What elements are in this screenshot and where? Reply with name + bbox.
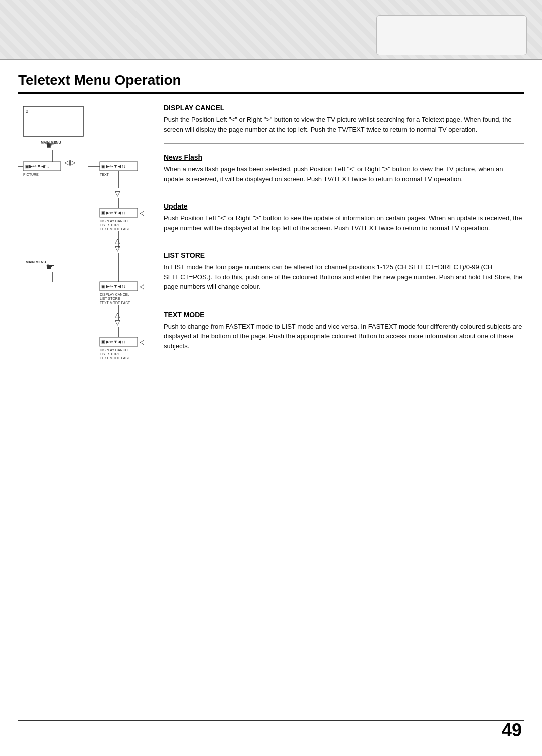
svg-text:▣▶⇔▼◀↑↓: ▣▶⇔▼◀↑↓	[25, 164, 49, 169]
svg-text:2: 2	[26, 109, 28, 114]
svg-text:☛: ☛	[46, 261, 55, 272]
svg-text:MAIN MENU: MAIN MENU	[26, 260, 46, 264]
svg-text:▷: ▷	[143, 209, 144, 217]
svg-text:▣▶⇔▼◀↑↓: ▣▶⇔▼◀↑↓	[101, 210, 126, 215]
section-body-update: Push Position Left "<" or Right ">" butt…	[164, 213, 524, 233]
svg-text:△: △	[115, 311, 120, 319]
section-body-display-cancel: Push the Position Left "<" or Right ">" …	[164, 115, 524, 134]
two-column-layout: 2 ☛ MAIN MENU ▣▶⇔▼◀↑↓ ◁ ▷ PICTURE	[18, 104, 524, 416]
svg-text:LIST STORE: LIST STORE	[100, 297, 120, 300]
diagram-svg: 2 ☛ MAIN MENU ▣▶⇔▼◀↑↓ ◁ ▷ PICTURE	[18, 104, 144, 416]
svg-text:LIST STORE: LIST STORE	[100, 352, 120, 356]
svg-rect-0	[23, 106, 83, 136]
top-decorative-area	[0, 0, 542, 60]
svg-text:▽: ▽	[115, 244, 120, 252]
section-update: Update Push Position Left "<" or Right "…	[164, 202, 524, 242]
section-news-flash: News Flash When a news flash page has be…	[164, 153, 524, 193]
svg-text:▷: ▷	[70, 158, 76, 166]
svg-text:TEXT MODE FAST: TEXT MODE FAST	[100, 301, 130, 305]
bottom-divider	[18, 720, 524, 721]
main-content: Teletext Menu Operation 2 ☛ MAIN MENU ▣▶…	[0, 60, 542, 436]
page-number: 49	[502, 720, 522, 741]
svg-text:▣▶⇔▼◀↑↓: ▣▶⇔▼◀↑↓	[101, 284, 126, 289]
diagram-column: 2 ☛ MAIN MENU ▣▶⇔▼◀↑↓ ◁ ▷ PICTURE	[18, 104, 149, 416]
svg-text:▽: ▽	[115, 318, 120, 326]
section-display-cancel: DISPLAY CANCEL Push the Position Left "<…	[164, 104, 524, 144]
section-body-text-mode: Push to change from FASTEXT mode to LIST…	[164, 322, 524, 351]
section-body-list-store: In LIST mode the four page numbers can b…	[164, 262, 524, 292]
svg-text:▣▶⇔▼◀↑↓: ▣▶⇔▼◀↑↓	[101, 339, 126, 344]
svg-text:DISPLAY CANCEL: DISPLAY CANCEL	[100, 219, 129, 223]
svg-text:PICTURE: PICTURE	[23, 173, 39, 176]
svg-text:△: △	[115, 237, 120, 245]
svg-text:DISPLAY CANCEL: DISPLAY CANCEL	[100, 348, 129, 352]
svg-text:TEXT: TEXT	[100, 173, 109, 176]
section-body-news-flash: When a news flash page has been selected…	[164, 164, 524, 184]
svg-text:◁: ◁	[64, 158, 70, 166]
svg-text:▷: ▷	[143, 282, 144, 290]
page-title: Teletext Menu Operation	[18, 72, 524, 94]
section-list-store: LIST STORE In LIST mode the four page nu…	[164, 251, 524, 301]
svg-text:LIST STORE: LIST STORE	[100, 223, 120, 227]
section-title-update: Update	[164, 202, 524, 210]
svg-text:▣▶⇔▼◀↑↓: ▣▶⇔▼◀↑↓	[101, 164, 126, 169]
svg-text:TEXT MODE FAST: TEXT MODE FAST	[100, 356, 130, 360]
text-column: DISPLAY CANCEL Push the Position Left "<…	[164, 104, 524, 369]
section-title-news-flash: News Flash	[164, 153, 524, 161]
section-title-text-mode: TEXT MODE	[164, 311, 524, 319]
section-text-mode: TEXT MODE Push to change from FASTEXT mo…	[164, 311, 524, 360]
top-inner-box	[376, 15, 527, 55]
svg-text:▷: ▷	[143, 338, 144, 346]
svg-text:DISPLAY CANCEL: DISPLAY CANCEL	[100, 293, 129, 296]
svg-text:TEXT MODE FAST: TEXT MODE FAST	[100, 227, 130, 231]
section-title-list-store: LIST STORE	[164, 251, 524, 259]
svg-text:MAIN MENU: MAIN MENU	[41, 141, 61, 144]
svg-text:▽: ▽	[115, 189, 120, 197]
section-title-display-cancel: DISPLAY CANCEL	[164, 104, 524, 112]
